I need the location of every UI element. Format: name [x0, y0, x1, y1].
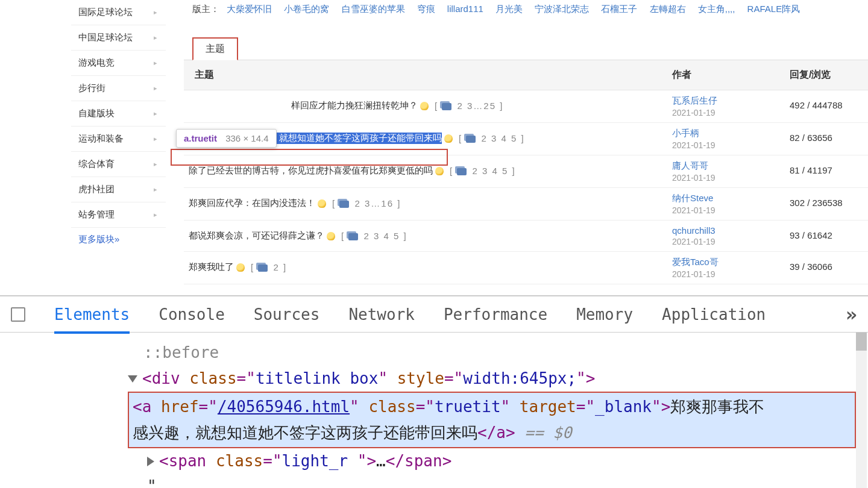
sidebar-item[interactable]: 自建版块▸ [71, 101, 166, 127]
topic-title-link[interactable]: 郑爽回应代孕：在国内没违法！ [189, 198, 315, 209]
devtools-tab-elements[interactable]: Elements [54, 305, 130, 334]
moderators-bar: 版主： 大柴爱怀旧 小卷毛的窝 白雪巫婆的苹果 穹痕 lillard111 月光… [184, 0, 868, 21]
tooltip-dimensions: 336 × 14.4 [225, 133, 268, 143]
pages-icon [466, 136, 476, 143]
mod-link[interactable]: RAFALE阵风 [747, 4, 800, 14]
mod-link[interactable]: 左轉超右 [650, 4, 686, 14]
table-row: 郑爽我吐了 [ 2 ] 爱我Taco哥2021-01-19 39 / 36066 [184, 252, 868, 284]
dom-text-node: " [108, 474, 856, 488]
reply-count: 81 / 41197 [790, 160, 868, 175]
mod-link[interactable]: 穹痕 [417, 4, 435, 14]
devtools-tab-memory[interactable]: Memory [576, 305, 633, 334]
post-date: 2021-01-19 [672, 173, 790, 183]
collapse-triangle-icon[interactable] [147, 457, 154, 466]
lightbulb-icon [327, 232, 335, 240]
scrollbar[interactable] [856, 333, 867, 488]
devtools-tab-network[interactable]: Network [348, 305, 415, 334]
pages-icon [442, 103, 451, 110]
sidebar-item[interactable]: 站务管理▸ [71, 202, 166, 228]
devtools-dom-tree[interactable]: ::before <div class="titlelink box" styl… [0, 333, 868, 488]
topic-title-link[interactable]: 除了已经去世的博古特，你见过虎扑喜爱值有比郑爽更低的吗 [189, 165, 433, 177]
author-link[interactable]: 庸人哥哥 [672, 160, 708, 170]
dom-node[interactable]: <div class="titlelink box" style="width:… [108, 366, 856, 392]
table-row: 郑爽回应代孕：在国内没违法！ [ 2 3…16 ] 纳什Steve2021-01… [184, 188, 868, 221]
sidebar-item[interactable]: 虎扑社团▸ [71, 177, 166, 202]
post-date: 2021-01-19 [672, 140, 790, 150]
devtools-panel: Elements Console Sources Network Perform… [0, 295, 868, 488]
expand-triangle-icon[interactable] [128, 375, 137, 383]
sidebar-item[interactable]: 中国足球论坛▸ [71, 25, 166, 51]
chevron-right-icon: ▸ [154, 135, 157, 143]
sidebar-item-label: 中国足球论坛 [78, 32, 133, 43]
chevron-right-icon: ▸ [154, 59, 157, 67]
mod-link[interactable]: 月光美 [495, 4, 523, 14]
mod-link[interactable]: 宁波泽北荣志 [535, 4, 589, 14]
sidebar-item[interactable]: 国际足球论坛▸ [71, 0, 166, 25]
col-author: 作者 [672, 69, 790, 81]
reply-count: 82 / 63656 [790, 128, 868, 143]
inspect-element-icon[interactable] [11, 307, 25, 322]
lightbulb-icon [435, 167, 444, 175]
devtools-tab-application[interactable]: Application [662, 305, 766, 334]
chevron-right-icon: ▸ [154, 34, 157, 42]
page-links[interactable]: [ 2 3 4 5 ] [450, 166, 516, 176]
table-row: 样回应才能力挽狂澜扭转乾坤？ [ 2 3…25 ] 瓦系后生仔2021-01-1… [184, 90, 868, 123]
mod-link[interactable]: 小卷毛的窝 [284, 4, 329, 14]
table-row: 除了已经去世的博古特，你见过虎扑喜爱值有比郑爽更低的吗 [ 2 3 4 5 ] … [184, 155, 868, 188]
author-link[interactable]: 爱我Taco哥 [672, 257, 719, 267]
table-header: 主题 作者 回复/浏览 [184, 60, 868, 90]
author-link[interactable]: qchurchill3 [672, 225, 715, 236]
post-date: 2021-01-19 [672, 269, 790, 279]
page-links[interactable]: [ 2 3…25 ] [435, 101, 503, 111]
devtools-tab-sources[interactable]: Sources [254, 305, 320, 334]
author-link[interactable]: 瓦系后生仔 [672, 95, 717, 105]
topic-title-link[interactable]: 都说郑爽会凉，可还记得薛之谦？ [189, 230, 324, 242]
reply-count: 93 / 61642 [790, 225, 868, 240]
scrollbar-thumb[interactable] [856, 333, 867, 351]
author-link[interactable]: 纳什Steve [672, 193, 713, 203]
chevron-right-icon: ▸ [154, 110, 157, 117]
lightbulb-icon [318, 199, 326, 208]
author-link[interactable]: 小手柄 [672, 128, 699, 138]
sidebar-item[interactable]: 游戏电竞▸ [71, 51, 166, 76]
sidebar-more-link[interactable]: 更多版块» [71, 228, 166, 251]
tab-topics[interactable]: 主题 [192, 37, 238, 60]
sidebar: 国际足球论坛▸ 中国足球论坛▸ 游戏电竞▸ 步行街▸ 自建版块▸ 运动和装备▸ … [0, 0, 166, 295]
post-date: 2021-01-19 [672, 205, 790, 215]
inspect-tooltip: a.truetit 336 × 14.4 [176, 129, 277, 148]
devtools-more-icon[interactable]: » [846, 303, 857, 326]
sidebar-item[interactable]: 运动和装备▸ [71, 127, 166, 152]
page-links[interactable]: [ 2 ] [251, 262, 287, 272]
lightbulb-icon [420, 102, 429, 110]
page-links[interactable]: [ 2 3 4 5 ] [341, 231, 407, 241]
devtools-tab-performance[interactable]: Performance [444, 305, 547, 334]
sidebar-item-label: 虎扑社团 [78, 184, 115, 195]
post-date: 2021-01-19 [672, 237, 790, 246]
lightbulb-icon [236, 263, 245, 272]
chevron-right-icon: ▸ [154, 186, 157, 193]
page-links[interactable]: [ 2 3…16 ] [332, 198, 401, 208]
mod-link[interactable]: 大柴爱怀旧 [227, 4, 272, 14]
sidebar-item[interactable]: 综合体育▸ [71, 152, 166, 177]
reply-count: 492 / 444788 [790, 95, 868, 110]
devtools-tab-console[interactable]: Console [159, 305, 225, 334]
topic-title-link[interactable]: 样回应才能力挽狂澜扭转乾坤？ [291, 100, 418, 111]
page-links[interactable]: [ 2 3 4 5 ] [459, 133, 525, 143]
col-title: 主题 [184, 69, 672, 81]
pages-icon [348, 233, 358, 240]
sidebar-item[interactable]: 步行街▸ [71, 76, 166, 101]
dom-node-selected[interactable]: <a href="/40565946.html" class="truetit"… [128, 392, 856, 448]
dom-node[interactable]: <span class="light_r ">…</span> [108, 448, 856, 474]
mod-link[interactable]: 女主角,,,, [698, 4, 735, 14]
topics-table: 主题 作者 回复/浏览 样回应才能力挽狂澜扭转乾坤？ [ 2 3…25 ] 瓦系… [184, 60, 868, 284]
mod-link[interactable]: 石榴王子 [601, 4, 637, 14]
lightbulb-icon [444, 134, 453, 143]
tab-bar: 主题 [192, 37, 868, 60]
col-reply: 回复/浏览 [790, 69, 868, 81]
mod-link[interactable]: lillard111 [447, 4, 483, 14]
sidebar-item-label: 步行街 [78, 83, 105, 94]
mod-link[interactable]: 白雪巫婆的苹果 [342, 4, 405, 14]
pages-icon [339, 201, 349, 208]
chevron-right-icon: ▸ [154, 84, 157, 92]
topic-title-link[interactable]: 郑爽我吐了 [189, 261, 234, 273]
